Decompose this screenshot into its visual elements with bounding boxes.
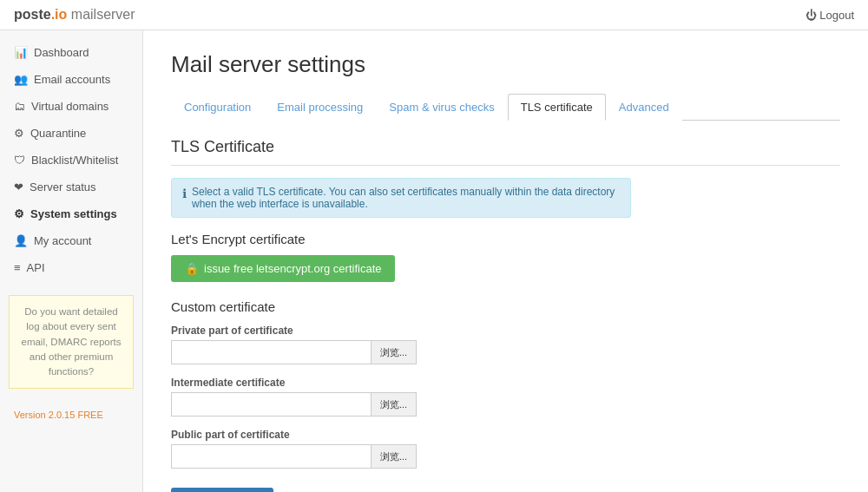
sidebar: 📊 Dashboard 👥 Email accounts 🗂 Virtual d… [0,30,143,492]
settings-icon: ⚙ [14,207,24,220]
intermediate-cert-browse-button[interactable]: 浏览... [371,392,417,417]
sidebar-item-label: Quarantine [30,127,86,140]
tab-configuration[interactable]: Configuration [171,94,264,121]
page-title: Mail server settings [171,51,840,78]
info-text: Select a valid TLS certificate. You can … [192,186,620,210]
sidebar-item-label: Blacklist/Whitelist [31,154,118,167]
intermediate-cert-group: Intermediate certificate 浏览... [171,377,840,417]
heart-icon: ❤ [14,180,23,194]
layout: 📊 Dashboard 👥 Email accounts 🗂 Virtual d… [0,30,868,492]
logout-label: Logout [819,9,854,22]
logout-icon: ⏻ [806,9,817,22]
letsencrypt-button-label: issue free letsencrypt.org certificate [204,262,381,275]
private-cert-text-input[interactable] [171,340,371,364]
api-icon: ≡ [14,261,21,274]
lock-icon: 🔒 [185,262,199,275]
version-number: 2.0.15 [49,410,76,420]
public-cert-group: Public part of certificate 浏览... [171,429,840,469]
sidebar-item-label: Virtual domains [31,100,108,113]
sidebar-item-label: API [27,261,45,274]
intermediate-cert-label: Intermediate certificate [171,377,840,389]
logo-poste: poste [14,7,51,22]
sidebar-item-system-settings[interactable]: ⚙ System settings [0,200,142,227]
main-content: Mail server settings Configuration Email… [143,30,868,492]
logo: poste.io mailserver [14,7,135,23]
sidebar-item-label: My account [34,234,91,247]
sidebar-item-server-status[interactable]: ❤ Server status [0,174,142,200]
save-changes-button[interactable]: Save changes [171,488,273,492]
promo-text: Do you want detailed log about every sen… [21,306,121,377]
letsencrypt-button[interactable]: 🔒 issue free letsencrypt.org certificate [171,255,395,282]
sidebar-item-label: Dashboard [34,46,89,59]
public-cert-label: Public part of certificate [171,429,840,441]
public-cert-text-input[interactable] [171,444,371,469]
version-plan: FREE [77,410,102,420]
private-cert-label: Private part of certificate [171,325,840,337]
custom-section-title: Custom certificate [171,299,840,314]
sidebar-item-label: Email accounts [34,73,110,86]
intermediate-cert-input-row: 浏览... [171,392,840,417]
sidebar-item-blacklist-whitelist[interactable]: 🛡 Blacklist/Whitelist [0,147,142,174]
logout-button[interactable]: ⏻ Logout [806,9,854,22]
info-box: ℹ Select a valid TLS certificate. You ca… [171,178,631,218]
sidebar-item-my-account[interactable]: 👤 My account [0,227,142,254]
public-cert-browse-button[interactable]: 浏览... [371,444,417,469]
letsencrypt-subtitle: Let's Encrypt certificate [171,232,840,246]
sidebar-item-email-accounts[interactable]: 👥 Email accounts [0,66,142,93]
person-icon: 👤 [14,234,28,247]
public-cert-input-row: 浏览... [171,444,840,469]
sidebar-item-virtual-domains[interactable]: 🗂 Virtual domains [0,93,142,120]
version-label: Version 2.0.15 FREE [0,403,142,427]
private-cert-group: Private part of certificate 浏览... [171,325,840,364]
sidebar-item-label: System settings [30,207,117,220]
tab-spam-virus-checks[interactable]: Spam & virus checks [376,94,507,121]
private-cert-browse-button[interactable]: 浏览... [371,340,417,364]
sidebar-item-label: Server status [30,180,96,194]
logo-io: .io [51,7,68,22]
info-icon: ℹ [182,187,187,200]
quarantine-icon: ⚙ [14,127,24,140]
tabs-bar: Configuration Email processing Spam & vi… [171,94,840,121]
users-icon: 👥 [14,73,28,86]
sidebar-item-dashboard[interactable]: 📊 Dashboard [0,39,142,66]
private-cert-input-row: 浏览... [171,340,840,364]
tab-advanced[interactable]: Advanced [606,94,682,121]
section-divider [171,165,840,166]
chart-icon: 📊 [14,46,28,59]
logo-mailserver: mailserver [71,7,135,22]
tab-email-processing[interactable]: Email processing [264,94,376,121]
sidebar-item-quarantine[interactable]: ⚙ Quarantine [0,120,142,147]
promo-box: Do you want detailed log about every sen… [9,295,134,389]
tab-tls-certificate[interactable]: TLS certificate [508,94,606,121]
shield-icon: 🛡 [14,154,25,167]
intermediate-cert-text-input[interactable] [171,392,371,417]
header: poste.io mailserver ⏻ Logout [0,0,868,30]
folder-icon: 🗂 [14,100,25,113]
tls-section-title: TLS Certificate [171,138,840,156]
sidebar-item-api[interactable]: ≡ API [0,254,142,281]
